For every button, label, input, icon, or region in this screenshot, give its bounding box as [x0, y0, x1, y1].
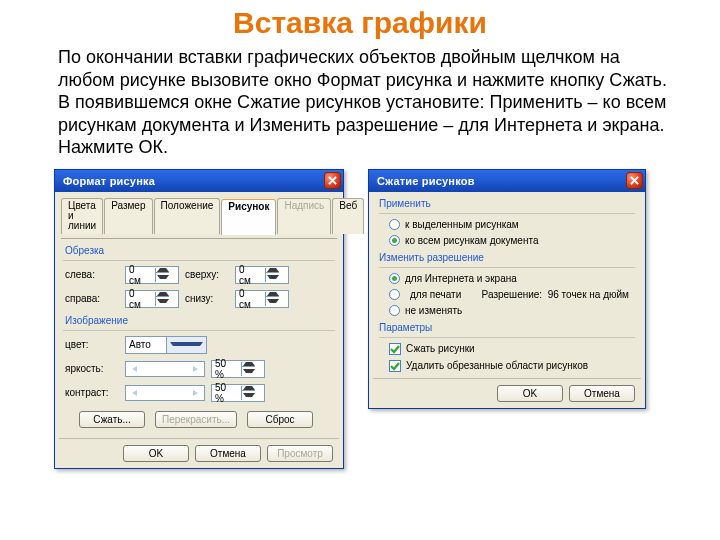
close-icon[interactable]: [626, 172, 643, 189]
section-image-label: Изображение: [59, 313, 339, 326]
crop-bottom-label: снизу:: [185, 293, 229, 304]
page-title: Вставка графики: [0, 6, 720, 40]
cancel-button[interactable]: Отмена: [569, 385, 635, 402]
tab-caption: Надпись: [277, 198, 331, 234]
recolor-button: Перекрасить...: [155, 411, 237, 428]
checkbox-icon: [389, 343, 401, 355]
format-picture-dialog: Формат рисунка Цвета и линии Размер Поло…: [54, 169, 344, 469]
radio-icon: [389, 273, 400, 284]
radio-icon: [389, 289, 400, 300]
ok-button[interactable]: OK: [123, 445, 189, 462]
crop-right-field[interactable]: 0 см: [125, 290, 179, 308]
brightness-slider[interactable]: [125, 361, 205, 377]
dialog1-tabs: Цвета и линии Размер Положение Рисунок Н…: [59, 196, 339, 234]
tab-picture[interactable]: Рисунок: [221, 199, 276, 235]
cancel-button[interactable]: Отмена: [195, 445, 261, 462]
ok-button[interactable]: OK: [497, 385, 563, 402]
radio-res-print[interactable]: для печати: [410, 289, 461, 300]
radio-icon: [389, 235, 400, 246]
dialog2-titlebar: Сжатие рисунков: [369, 170, 645, 192]
radio-icon: [389, 305, 400, 316]
radio-apply-selected[interactable]: к выделенным рисункам: [373, 218, 641, 231]
dialog1-titlebar: Формат рисунка: [55, 170, 343, 192]
crop-right-label: справа:: [65, 293, 119, 304]
section-apply-label: Применить: [373, 196, 641, 209]
radio-apply-all[interactable]: ко всем рисункам документа: [373, 234, 641, 247]
crop-left-label: слева:: [65, 269, 119, 280]
section-resolution-label: Изменить разрешение: [373, 250, 641, 263]
tab-colors-lines[interactable]: Цвета и линии: [61, 198, 103, 234]
checkbox-delete-cropped[interactable]: Удалить обрезанные области рисунков: [373, 359, 641, 373]
dialog1-title: Формат рисунка: [63, 175, 155, 187]
compress-button[interactable]: Сжать...: [79, 411, 145, 428]
instruction-paragraph: По окончании вставки графических объекто…: [0, 46, 720, 159]
chevron-down-icon: [166, 337, 207, 353]
dialog2-title: Сжатие рисунков: [377, 175, 475, 187]
tab-position[interactable]: Положение: [154, 198, 221, 234]
contrast-slider[interactable]: [125, 385, 205, 401]
color-dropdown[interactable]: Авто: [125, 336, 207, 354]
radio-res-none[interactable]: не изменять: [373, 304, 641, 317]
crop-top-field[interactable]: 0 см: [235, 266, 289, 284]
radio-res-web[interactable]: для Интернета и экрана: [373, 272, 641, 285]
res-label: Разрешение:: [482, 289, 543, 300]
contrast-field[interactable]: 50 %: [211, 384, 265, 402]
compress-pictures-dialog: Сжатие рисунков Применить к выделенным р…: [368, 169, 646, 409]
tab-size[interactable]: Размер: [104, 198, 152, 234]
tab-web[interactable]: Веб: [332, 198, 364, 234]
crop-top-label: сверху:: [185, 269, 229, 280]
close-icon[interactable]: [324, 172, 341, 189]
radio-icon: [389, 219, 400, 230]
checkbox-icon: [389, 360, 401, 372]
brightness-field[interactable]: 50 %: [211, 360, 265, 378]
checkbox-compress[interactable]: Сжать рисунки: [373, 342, 641, 356]
section-params-label: Параметры: [373, 320, 641, 333]
brightness-label: яркость:: [65, 363, 119, 374]
section-crop-label: Обрезка: [59, 243, 339, 256]
crop-bottom-field[interactable]: 0 см: [235, 290, 289, 308]
preview-button: Просмотр: [267, 445, 333, 462]
reset-button[interactable]: Сброс: [247, 411, 313, 428]
crop-left-field[interactable]: 0 см: [125, 266, 179, 284]
res-value: 96 точек на дюйм: [548, 289, 629, 300]
color-label: цвет:: [65, 339, 119, 350]
contrast-label: контраст:: [65, 387, 119, 398]
